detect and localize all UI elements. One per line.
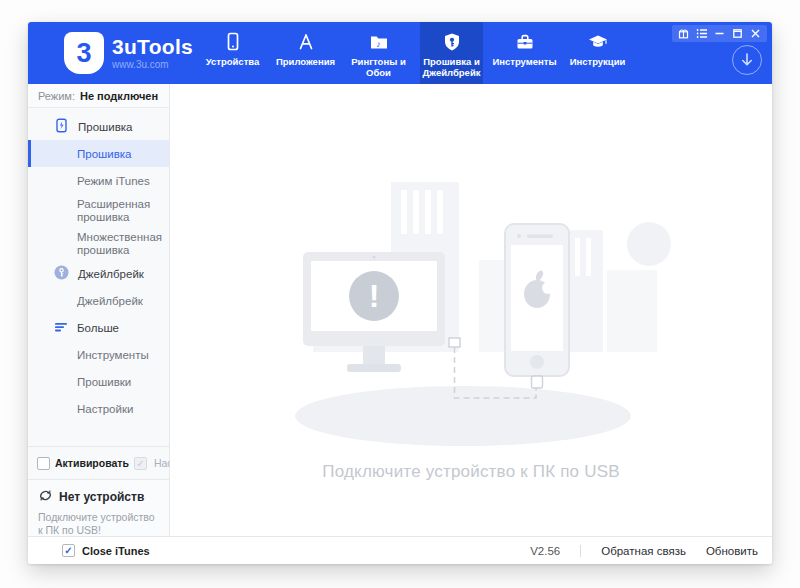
smartphone-icon xyxy=(222,31,244,53)
sidebar-item-jailbreak[interactable]: Джейлбрейк xyxy=(28,287,169,314)
sidebar-item-itunes-mode[interactable]: Режим iTunes xyxy=(28,167,169,194)
close-itunes-checkbox[interactable] xyxy=(62,544,75,557)
sidebar-item-multiple-flash[interactable]: Множественная прошивка xyxy=(28,227,169,260)
connect-device-message: Подключите устройство к ПК по USB xyxy=(322,462,620,482)
close-icon[interactable] xyxy=(748,27,763,40)
activate-checkbox[interactable] xyxy=(37,457,50,470)
mode-value: Не подключен xyxy=(80,90,158,102)
graduation-cap-icon xyxy=(587,31,609,53)
phone-bolt-icon xyxy=(54,118,69,135)
menu-lines-icon xyxy=(54,320,68,336)
menu-list-icon[interactable] xyxy=(694,27,709,40)
sidebar-section-more[interactable]: Больше xyxy=(28,314,169,341)
download-center-button[interactable] xyxy=(732,45,762,75)
app-title: 3uTools xyxy=(112,36,193,57)
feedback-link[interactable]: Обратная связь xyxy=(601,545,686,557)
3utools-logo-icon: 3 xyxy=(64,32,104,74)
device-status-panel: Нет устройств Подключите устройство к ПК… xyxy=(28,479,169,536)
gift-icon[interactable] xyxy=(676,27,691,40)
configure-checkbox[interactable] xyxy=(134,457,147,470)
divider xyxy=(580,545,581,557)
main-content: ! Подключите устройство к ПК по USB xyxy=(170,84,772,536)
window-controls xyxy=(672,25,767,42)
header: 3 3uTools www.3u.com Устройства Приложен… xyxy=(28,22,772,84)
toolbox-icon xyxy=(514,31,536,53)
update-link[interactable]: Обновить xyxy=(706,545,758,557)
sidebar: Режим: Не подключен Прошивка Прошивка Ре… xyxy=(28,84,170,536)
tab-apps[interactable]: Приложения xyxy=(274,22,337,84)
sidebar-menu: Прошивка Прошивка Режим iTunes Расширенн… xyxy=(28,108,169,446)
sidebar-section-jailbreak[interactable]: Джейлбрейк xyxy=(28,260,169,287)
device-status-text: Подключите устройство к ПК по USB! xyxy=(38,511,159,537)
sidebar-item-firmwares[interactable]: Прошивки xyxy=(28,368,169,395)
app-store-icon xyxy=(295,31,317,53)
footer: Close iTunes V2.56 Обратная связь Обнови… xyxy=(28,536,772,564)
circle-key-icon xyxy=(54,265,69,282)
tab-guides[interactable]: Инструкции xyxy=(566,22,629,84)
sidebar-item-tools[interactable]: Инструменты xyxy=(28,341,169,368)
tab-tools[interactable]: Инструменты xyxy=(493,22,556,84)
tab-ringtones[interactable]: ♪ Рингтоны и Обои xyxy=(347,22,410,84)
no-device-illustration: ! xyxy=(251,172,691,452)
sync-slash-icon xyxy=(38,488,53,506)
shield-key-icon xyxy=(441,31,463,53)
sidebar-section-firmware[interactable]: Прошивка xyxy=(28,113,169,140)
folder-music-icon: ♪ xyxy=(368,31,390,53)
minimize-icon[interactable] xyxy=(712,27,727,40)
maximize-icon[interactable] xyxy=(730,27,745,40)
main-nav: Устройства Приложения ♪ Рингтоны и Обои … xyxy=(196,22,634,84)
sidebar-item-settings[interactable]: Настройки xyxy=(28,395,169,422)
svg-text:♪: ♪ xyxy=(376,39,381,49)
svg-text:!: ! xyxy=(369,278,380,314)
device-status-title: Нет устройств xyxy=(59,490,144,504)
app-logo: 3 3uTools www.3u.com xyxy=(28,22,196,84)
version-label: V2.56 xyxy=(530,545,560,557)
activation-options: Активировать Настрой. xyxy=(28,446,169,479)
sidebar-item-advanced-flash[interactable]: Расширенная прошивка xyxy=(28,194,169,227)
app-window: 3 3uTools www.3u.com Устройства Приложен… xyxy=(28,22,772,564)
sidebar-item-firmware[interactable]: Прошивка xyxy=(28,140,169,167)
tab-devices[interactable]: Устройства xyxy=(201,22,264,84)
tab-flash-jailbreak[interactable]: Прошивка и Джейлбрейк xyxy=(420,22,483,84)
mode-label: Режим: xyxy=(38,90,75,102)
mode-status: Режим: Не подключен xyxy=(28,84,169,108)
close-itunes-label: Close iTunes xyxy=(82,545,150,557)
app-website: www.3u.com xyxy=(112,60,193,70)
